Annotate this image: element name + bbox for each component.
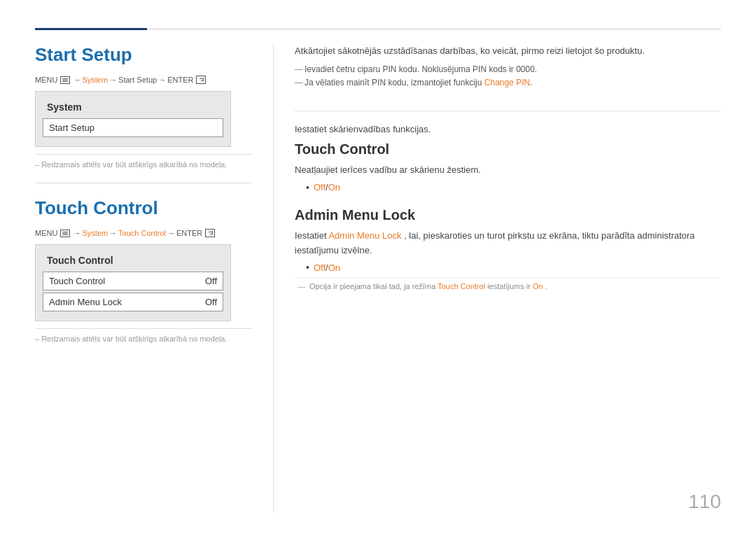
top-divider [35, 28, 721, 30]
enter-icon2 [205, 229, 215, 237]
path-arrow3: → [158, 76, 166, 84]
path-system1: System [82, 76, 108, 84]
path-enter1: ENTER [167, 76, 193, 84]
touch-control-on: On [328, 182, 340, 192]
left-column: Start Setup MENU → System → Start Setup … [35, 44, 273, 513]
start-setup-right: Atkārtojiet sākotnējās uzstādīšanas darb… [295, 44, 721, 90]
touch-control-off: Off [314, 182, 326, 192]
touch-control-right-desc: Neatļaujiet ierīces vadību ar skārienu ž… [295, 163, 721, 178]
menu-label2: MENU [35, 229, 57, 237]
path-arrow1: → [73, 76, 80, 84]
touch-control-intro-desc: Iestatiet skārienvadības funkcijas. [295, 122, 721, 137]
admin-off: Off [314, 262, 326, 273]
footnote-on-link[interactable]: On [533, 282, 543, 290]
path-system2: System [82, 229, 108, 237]
admin-menu-lock-label: Admin Menu Lock [49, 297, 122, 307]
path-startsetup: Start Setup [118, 76, 157, 84]
path-arrow6: → [167, 229, 175, 237]
admin-menu-lock-link[interactable]: Admin Menu Lock [328, 230, 401, 241]
path-arrow5: → [109, 229, 117, 237]
touch-control-box-title: Touch Control [43, 252, 223, 269]
start-setup-menu-box: System Start Setup [35, 91, 231, 147]
menu-item-admin-menu-lock[interactable]: Admin Menu Lock Off [43, 293, 223, 311]
touch-control-options: Off / On [306, 182, 721, 193]
start-setup-right-desc: Atkārtojiet sākotnējās uzstādīšanas darb… [295, 44, 721, 59]
start-setup-item-label: Start Setup [49, 122, 94, 133]
touch-control-item-label: Touch Control [49, 276, 105, 286]
divider-blue [35, 28, 147, 30]
path-arrow2: → [109, 76, 117, 84]
right-divider [295, 111, 721, 111]
touch-control-subsection: Touch Control Neatļaujiet ierīces vadību… [295, 141, 721, 193]
menu-icon: MENU [35, 76, 57, 84]
admin-menu-lock-desc: Iestatiet Admin Menu Lock , lai, pieskar… [295, 229, 721, 258]
start-setup-title: Start Setup [35, 44, 252, 66]
touch-control-menu-path: MENU → System → Touch Control → ENTER [35, 229, 252, 237]
section-divider [35, 183, 252, 183]
admin-options: Off / On [306, 262, 721, 273]
path-arrow4: → [73, 229, 80, 237]
menu-icon-box2 [60, 230, 70, 237]
path-enter2: ENTER [176, 229, 202, 237]
page-number: 110 [688, 491, 721, 513]
admin-menu-lock-value: Off [205, 297, 217, 307]
path-touchcontrol: Touch Control [118, 229, 166, 237]
start-setup-section: Start Setup MENU → System → Start Setup … [35, 44, 252, 169]
right-column: Atkārtojiet sākotnējās uzstādīšanas darb… [273, 44, 721, 513]
footnote-touch-control-link[interactable]: Touch Control [438, 282, 485, 290]
start-setup-menu-path: MENU → System → Start Setup → ENTER [35, 76, 252, 84]
footnote-middle: iestatījums ir [487, 282, 533, 290]
touch-control-menu-box: Touch Control Touch Control Off Admin Me… [35, 244, 231, 321]
start-setup-note2: Ja vēlaties mainīt PIN kodu, izmantojiet… [295, 76, 721, 90]
start-setup-note: – Redzamais attēls var būt atšķirīgs atk… [35, 154, 252, 169]
touch-control-title: Touch Control [35, 197, 252, 219]
menu-box-system-title: System [43, 99, 223, 115]
start-setup-note1: Ievadiet četru ciparu PIN kodu. Noklusēj… [295, 63, 721, 76]
touch-control-note: – Redzamais attēls var būt atšķirīgs atk… [35, 328, 252, 343]
touch-control-item-value: Off [205, 276, 217, 286]
menu-item-start-setup[interactable]: Start Setup [43, 118, 223, 137]
enter-icon1 [196, 76, 206, 84]
admin-footnote: — Opcija ir pieejama tikai tad, ja režīm… [295, 277, 721, 290]
menu-icon-box [60, 76, 70, 84]
admin-on: On [328, 262, 340, 273]
menu-item-touch-control[interactable]: Touch Control Off [43, 272, 223, 290]
admin-menu-lock-subsection: Admin Menu Lock Iestatiet Admin Menu Loc… [295, 207, 721, 291]
touch-control-right-intro: Iestatiet skārienvadības funkcijas. Touc… [295, 122, 721, 290]
admin-menu-lock-right-title: Admin Menu Lock [295, 207, 721, 223]
divider-gray [147, 29, 721, 29]
touch-control-section-left: Touch Control MENU → System → Touch Cont… [35, 197, 252, 343]
touch-control-right-title: Touch Control [295, 141, 721, 157]
change-pin-link-text[interactable]: Change PIN [484, 78, 530, 87]
